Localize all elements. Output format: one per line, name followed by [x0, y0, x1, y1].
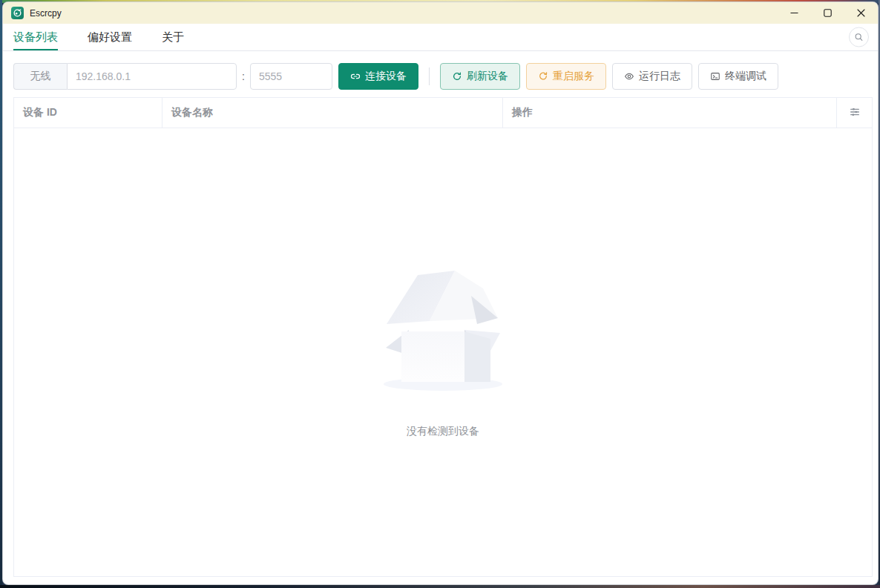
empty-box-illustration — [381, 266, 505, 395]
column-header-operations: 操作 — [503, 98, 837, 128]
run-logs-button[interactable]: 运行日志 — [612, 63, 692, 90]
desktop-edge-bottom — [0, 585, 880, 588]
devices-table: 设备 ID 设备名称 操作 — [13, 97, 873, 577]
wireless-label: 无线 — [13, 63, 67, 90]
devices-table-body: 没有检测到设备 — [14, 128, 872, 576]
restart-icon — [538, 71, 548, 82]
column-settings-button[interactable] — [837, 98, 872, 128]
window-controls — [778, 2, 878, 24]
tab-device-list[interactable]: 设备列表 — [13, 24, 58, 50]
empty-state: 没有检测到设备 — [381, 266, 505, 438]
port-input[interactable] — [250, 63, 332, 90]
app-logo-icon — [11, 7, 24, 19]
sliders-icon — [849, 106, 861, 120]
terminal-debug-label: 终端调试 — [725, 70, 766, 83]
tab-bar: 设备列表 偏好设置 关于 — [3, 24, 878, 51]
tab-preferences[interactable]: 偏好设置 — [88, 24, 132, 50]
refresh-icon — [452, 71, 462, 82]
restart-service-label: 重启服务 — [553, 70, 594, 83]
connect-device-button[interactable]: 连接设备 — [338, 63, 418, 90]
refresh-devices-button[interactable]: 刷新设备 — [440, 63, 520, 90]
wireless-address-group: 无线 — [13, 63, 237, 90]
window-title: Escrcpy — [30, 8, 62, 19]
port-separator: : — [242, 70, 245, 82]
eye-icon — [624, 71, 634, 82]
toolbar-divider — [429, 67, 430, 85]
close-button[interactable] — [844, 2, 878, 24]
link-icon — [350, 71, 361, 82]
devices-table-header: 设备 ID 设备名称 操作 — [14, 98, 872, 128]
search-icon — [854, 33, 864, 42]
terminal-icon — [710, 71, 720, 82]
app-window: Escrcpy 设备列表 偏好设置 关于 — [2, 1, 879, 585]
tab-about[interactable]: 关于 — [162, 24, 184, 50]
search-button[interactable] — [849, 27, 869, 47]
minimize-button[interactable] — [778, 2, 811, 24]
run-logs-label: 运行日志 — [639, 70, 680, 83]
titlebar: Escrcpy — [3, 2, 878, 24]
desktop-background: Escrcpy 设备列表 偏好设置 关于 — [0, 0, 880, 588]
column-header-device-id: 设备 ID — [14, 98, 162, 128]
maximize-button[interactable] — [811, 2, 844, 24]
empty-text: 没有检测到设备 — [407, 425, 479, 438]
restart-service-button[interactable]: 重启服务 — [526, 63, 606, 90]
ip-input[interactable] — [67, 63, 237, 90]
toolbar: 无线 : 连接设备 — [13, 63, 867, 90]
connect-device-label: 连接设备 — [365, 70, 407, 83]
terminal-debug-button[interactable]: 终端调试 — [698, 63, 778, 90]
refresh-devices-label: 刷新设备 — [467, 70, 508, 83]
column-header-device-name: 设备名称 — [162, 98, 503, 128]
